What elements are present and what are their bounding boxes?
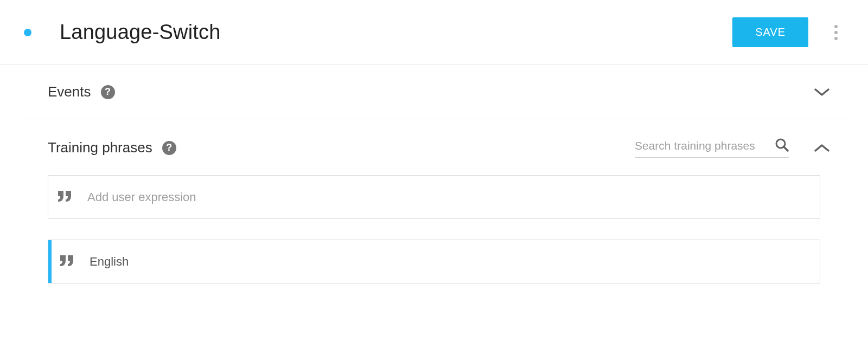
chevron-down-icon[interactable] [810,84,833,100]
training-phrases-list: English [24,169,844,283]
training-phrases-section-header: Training phrases ? [24,119,844,169]
more-options-button[interactable] [828,21,844,44]
search-icon[interactable] [775,138,789,154]
training-phrase-text: English [90,255,129,269]
help-icon[interactable]: ? [101,85,115,99]
events-section-header[interactable]: Events ? [24,65,844,119]
chevron-up-icon[interactable] [810,140,833,156]
page-title: Language-Switch [60,21,732,44]
add-expression-input[interactable] [87,190,810,204]
quote-icon [60,253,74,270]
svg-line-1 [784,147,788,151]
status-dot-icon [24,29,31,36]
quote-icon [58,189,72,205]
add-expression-row[interactable] [48,175,820,219]
training-phrase-row[interactable]: English [48,240,820,283]
help-icon[interactable]: ? [162,141,176,155]
search-input[interactable] [635,139,770,152]
events-title: Events [48,83,91,100]
content-area: Events ? Training phrases ? [0,65,868,283]
training-phrases-title: Training phrases [48,139,152,156]
save-button[interactable]: SAVE [732,17,808,47]
page-header: Language-Switch SAVE [0,0,868,65]
more-vertical-icon [834,25,838,28]
search-training-phrases[interactable] [635,138,789,158]
